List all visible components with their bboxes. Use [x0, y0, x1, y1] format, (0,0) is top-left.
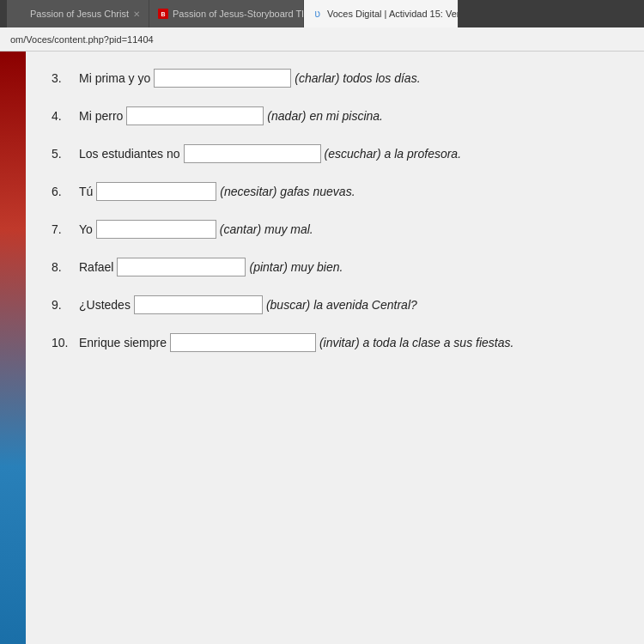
exercise-before-5: Rafael	[79, 260, 113, 274]
exercise-input-0[interactable]	[154, 69, 291, 88]
exercise-before-1: Mi perro	[79, 109, 123, 123]
exercise-before-0: Mi prima y yo	[79, 71, 150, 85]
left-panel	[0, 52, 26, 644]
exercise-item-5: 8.Rafael(pintar) muy bien.	[52, 258, 618, 276]
tab-2[interactable]: B Passion of Jesus-Storyboard Th ✕	[149, 0, 304, 27]
exercise-item-6: 9.¿Ustedes(buscar) la avenida Central?	[52, 295, 618, 314]
exercise-hint-0: (charlar) todos los días.	[295, 71, 420, 85]
exercise-number-3: 6.	[52, 185, 76, 198]
tab2-icon: B	[158, 9, 168, 19]
exercise-number-1: 4.	[52, 109, 76, 123]
exercise-item-1: 4.Mi perro(nadar) en mi piscina.	[52, 106, 618, 125]
exercise-before-6: ¿Ustedes	[79, 298, 131, 312]
tab2-label: Passion of Jesus-Storyboard Th	[173, 9, 304, 19]
tab-bar: Passion of Jesus Christ ✕ B Passion of J…	[7, 0, 459, 27]
exercise-number-4: 7.	[52, 222, 76, 236]
tab1-close[interactable]: ✕	[133, 9, 140, 19]
exercise-item-0: 3.Mi prima y yo(charlar) todos los días.	[52, 69, 618, 88]
exercise-before-4: Yo	[79, 222, 93, 236]
tab3-icon: ʋ	[313, 9, 323, 19]
exercise-input-4[interactable]	[96, 220, 216, 239]
exercise-item-7: 10.Enrique siempre(invitar) a toda la cl…	[52, 333, 618, 352]
exercise-hint-7: (invitar) a toda la clase a sus fiestas.	[319, 336, 513, 349]
exercises-container: 3.Mi prima y yo(charlar) todos los días.…	[52, 69, 618, 352]
exercise-hint-3: (necesitar) gafas nuevas.	[220, 185, 355, 198]
exercise-input-7[interactable]	[170, 333, 316, 352]
exercise-before-3: Tú	[79, 185, 93, 198]
address-bar: om/Voces/content.php?pid=11404	[0, 27, 644, 52]
exercise-input-5[interactable]	[117, 258, 246, 276]
exercise-before-2: Los estudiantes no	[79, 147, 180, 161]
exercise-input-6[interactable]	[134, 295, 263, 314]
tab1-label: Passion of Jesus Christ	[30, 9, 129, 19]
exercise-before-7: Enrique siempre	[79, 336, 167, 349]
exercise-number-5: 8.	[52, 260, 76, 274]
browser-chrome: Passion of Jesus Christ ✕ B Passion of J…	[0, 0, 644, 27]
tab3-label: Voces Digital | Actividad 15: Ver	[327, 9, 459, 19]
exercise-input-3[interactable]	[96, 182, 216, 201]
tab-1[interactable]: Passion of Jesus Christ ✕	[7, 0, 149, 27]
url-text: om/Voces/content.php?pid=11404	[10, 34, 154, 45]
exercise-input-2[interactable]	[184, 144, 321, 163]
tab-3[interactable]: ʋ Voces Digital | Actividad 15: Ver ✕	[304, 0, 459, 27]
exercise-item-2: 5.Los estudiantes no(escuchar) a la prof…	[52, 144, 618, 163]
exercise-number-2: 5.	[52, 147, 76, 161]
exercise-number-0: 3.	[52, 71, 76, 85]
exercise-hint-4: (cantar) muy mal.	[220, 222, 313, 236]
exercise-input-1[interactable]	[126, 106, 264, 125]
tab1-icon	[15, 9, 26, 19]
exercise-hint-6: (buscar) la avenida Central?	[266, 298, 417, 312]
exercise-number-6: 9.	[52, 298, 76, 312]
main-area: 3.Mi prima y yo(charlar) todos los días.…	[0, 52, 644, 644]
exercise-hint-1: (nadar) en mi piscina.	[267, 109, 383, 123]
exercise-item-3: 6.Tú(necesitar) gafas nuevas.	[52, 182, 618, 201]
exercise-hint-5: (pintar) muy bien.	[249, 260, 343, 274]
exercise-item-4: 7.Yo(cantar) muy mal.	[52, 220, 618, 239]
exercise-hint-2: (escuchar) a la profesora.	[325, 147, 462, 161]
content-area: 3.Mi prima y yo(charlar) todos los días.…	[26, 52, 644, 644]
exercise-number-7: 10.	[52, 336, 76, 349]
